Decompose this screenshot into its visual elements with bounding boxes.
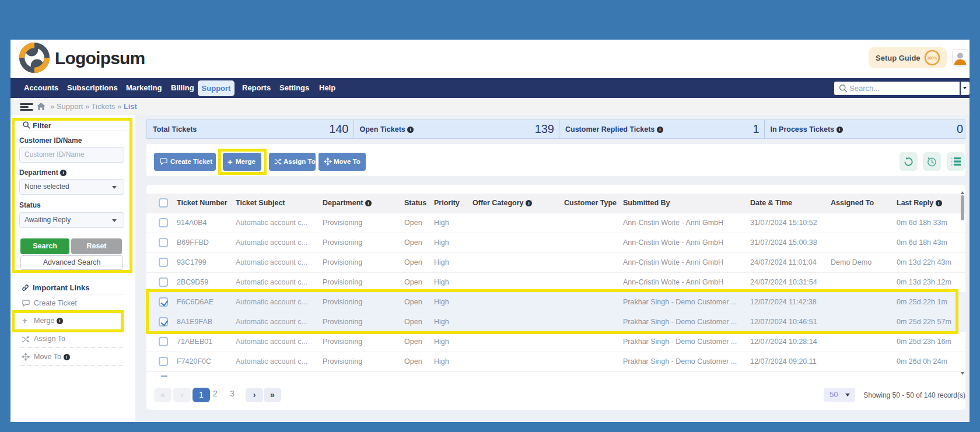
svg-text:100%: 100% [927,56,937,60]
